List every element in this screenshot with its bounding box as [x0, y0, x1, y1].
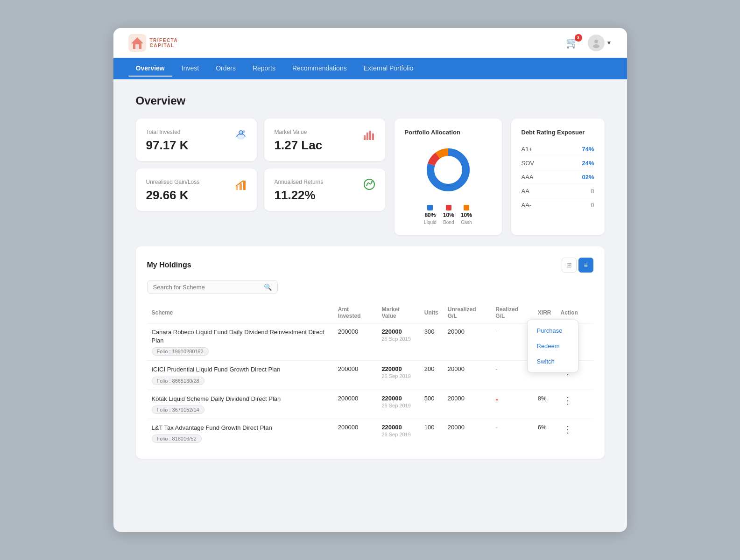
svg-point-8: [242, 130, 245, 133]
svg-point-4: [593, 44, 599, 48]
stat-cards-bottom-row: Unrealised Gain/Loss 29.66 K Annualised …: [136, 168, 385, 211]
mv-date-1: 26 Sep 2019: [381, 373, 415, 379]
stat-icon-unrealised-gl: [233, 177, 248, 195]
cell-action-0: Purchase Redeem Switch ⋮: [556, 323, 593, 361]
legend-pct-bond: 10%: [443, 212, 454, 218]
stat-label-total-invested: Total Invested: [146, 129, 247, 135]
legend-cash: 10% Cash: [461, 205, 472, 225]
svg-rect-14: [240, 183, 242, 190]
cell-amt-0: 200000: [333, 323, 377, 361]
stat-cards-container: Total Invested 97.17 K Market Value 1.27…: [136, 119, 385, 235]
legend-dot-cash: [464, 205, 469, 210]
legend-liquid: 80% Liquid: [424, 205, 437, 225]
cell-units-1: 200: [420, 361, 443, 390]
legend-pct-liquid: 80%: [424, 212, 436, 218]
debt-val-sov: 24%: [582, 160, 594, 167]
cart-button[interactable]: 🛒 3: [566, 37, 578, 49]
cell-ugl-2: 20000: [443, 390, 491, 419]
holdings-table: Scheme Amt Invested Market Value Units U…: [147, 302, 593, 448]
table-row: Canara Robeco Liquid Fund Daily Dividend…: [147, 323, 593, 361]
legend-dot-liquid: [427, 205, 433, 210]
col-scheme: Scheme: [147, 302, 333, 323]
folio-badge-0: Folio : 19910280193: [152, 347, 209, 356]
cell-mv-1: 220000 26 Sep 2019: [377, 361, 419, 390]
logo-text: TRIFECTA CAPITAL: [150, 38, 178, 48]
cell-amt-3: 200000: [333, 419, 377, 448]
cell-mv-2: 220000 26 Sep 2019: [377, 390, 419, 419]
cell-scheme-0: Canara Robeco Liquid Fund Daily Dividend…: [147, 323, 333, 361]
avatar-button[interactable]: ▼: [588, 35, 612, 51]
mv-date-2: 26 Sep 2019: [381, 403, 415, 408]
scheme-name-2: Kotak Liquid Scheme Daily Dividend Direc…: [152, 395, 329, 403]
table-row: L&T Tax Advantage Fund Growth Direct Pla…: [147, 419, 593, 448]
stat-value-unrealised-gl: 29.66 K: [146, 188, 247, 203]
nav-item-recommendations[interactable]: Recommendations: [285, 61, 354, 77]
action-popup-menu: Purchase Redeem Switch: [527, 320, 578, 372]
portfolio-allocation-card: Portfolio Allocation: [395, 119, 502, 235]
cell-rgl-2: -: [491, 390, 533, 419]
debt-row-aaminus: AA- 0: [522, 198, 594, 212]
cell-action-3: ⋮: [556, 419, 593, 448]
debt-key-aa: AA: [522, 188, 529, 195]
action-menu-button-3[interactable]: ⋮: [560, 424, 575, 435]
overview-row: Total Invested 97.17 K Market Value 1.27…: [136, 119, 605, 235]
cell-mv-3: 220000 26 Sep 2019: [377, 419, 419, 448]
page-title: Overview: [136, 94, 605, 107]
mv-main-2: 220000: [381, 395, 415, 402]
col-market-value: Market Value: [377, 302, 419, 323]
cell-units-2: 500: [420, 390, 443, 419]
action-menu-button-2[interactable]: ⋮: [560, 395, 575, 406]
nav-item-overview[interactable]: Overview: [128, 61, 172, 77]
cell-ugl-1: 20000: [443, 361, 491, 390]
svg-rect-11: [369, 131, 371, 140]
view-toggle: ⊞ ≡: [562, 258, 593, 273]
search-icon: 🔍: [264, 283, 272, 291]
col-unrealized-gl: Unrealized G/L: [443, 302, 491, 323]
folio-badge-3: Folio : 818016/52: [152, 434, 202, 443]
holdings-title: My Holdings: [147, 261, 191, 269]
debt-row-aa: AA 0: [522, 184, 594, 198]
grid-view-button[interactable]: ⊞: [562, 258, 577, 273]
cell-xirr-2: 8%: [533, 390, 556, 419]
stat-icon-annualised-returns: [362, 177, 377, 195]
popup-purchase[interactable]: Purchase: [528, 323, 578, 338]
stat-card-total-invested: Total Invested 97.17 K: [136, 119, 257, 161]
legend-lbl-cash: Cash: [461, 220, 472, 225]
cell-amt-2: 200000: [333, 390, 377, 419]
donut-legend: 80% Liquid 10% Bond 10% Cash: [424, 205, 472, 225]
svg-point-16: [364, 179, 374, 189]
nav-item-invest[interactable]: Invest: [174, 61, 206, 77]
nav-bar: Overview Invest Orders Reports Recommend…: [113, 58, 627, 79]
popup-redeem[interactable]: Redeem: [528, 338, 578, 354]
debt-row-aaa: AAA 02%: [522, 170, 594, 184]
svg-rect-15: [243, 181, 246, 190]
nav-item-reports[interactable]: Reports: [245, 61, 283, 77]
popup-switch[interactable]: Switch: [528, 354, 578, 369]
svg-rect-13: [236, 186, 238, 190]
table-row: Kotak Liquid Scheme Daily Dividend Direc…: [147, 390, 593, 419]
stat-value-market-value: 1.27 Lac: [275, 138, 375, 153]
stat-value-total-invested: 97.17 K: [146, 138, 247, 153]
scheme-name-3: L&T Tax Advantage Fund Growth Direct Pla…: [152, 424, 329, 432]
holdings-header: My Holdings ⊞ ≡: [147, 258, 593, 273]
search-input[interactable]: [153, 284, 260, 291]
nav-item-orders[interactable]: Orders: [208, 61, 243, 77]
cell-action-2: ⋮: [556, 390, 593, 419]
svg-point-21: [435, 157, 461, 183]
legend-dot-bond: [446, 205, 451, 210]
header-right: 🛒 3 ▼: [566, 35, 612, 51]
col-amt-invested: Amt Invested: [333, 302, 377, 323]
debt-val-aaa: 02%: [582, 174, 594, 181]
legend-bond: 10% Bond: [443, 205, 454, 225]
svg-point-6: [237, 135, 245, 140]
col-realized-gl: Realized G/L: [491, 302, 533, 323]
stat-cards-top-row: Total Invested 97.17 K Market Value 1.27…: [136, 119, 385, 161]
debt-rating-card: Debt Rating Exposuer A1+ 74% SOV 24% AAA…: [511, 119, 605, 235]
cell-ugl-0: 20000: [443, 323, 491, 361]
folio-badge-2: Folio : 3670152/14: [152, 406, 204, 414]
svg-point-3: [594, 40, 598, 43]
mv-main-3: 220000: [381, 424, 415, 431]
nav-item-external-portfolio[interactable]: External Portfolio: [356, 61, 421, 77]
cell-xirr-3: 6%: [533, 419, 556, 448]
list-view-button[interactable]: ≡: [578, 258, 593, 273]
